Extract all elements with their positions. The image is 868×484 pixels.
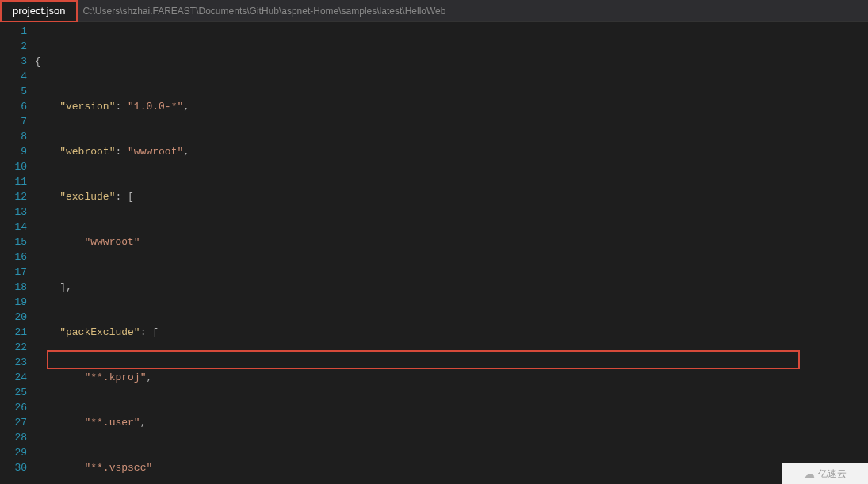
- line-number: 4: [0, 69, 27, 84]
- line-number: 3: [0, 54, 27, 69]
- line-number: 11: [0, 174, 27, 189]
- line-number-gutter: 1234567891011121314151617181920212223242…: [0, 22, 35, 484]
- watermark-text: 亿速云: [818, 467, 847, 481]
- line-number: 20: [0, 310, 27, 325]
- cloud-icon: ☁: [804, 467, 815, 480]
- line-number: 30: [0, 460, 27, 475]
- line-number: 22: [0, 340, 27, 355]
- line-number: 24: [0, 370, 27, 385]
- line-number: 13: [0, 204, 27, 219]
- line-number: 17: [0, 265, 27, 280]
- line-number: 1: [0, 24, 27, 39]
- line-number: 7: [0, 114, 27, 129]
- line-number: 25: [0, 385, 27, 400]
- line-number: 23: [0, 355, 27, 370]
- line-number: 26: [0, 400, 27, 415]
- line-number: 8: [0, 129, 27, 144]
- line-number: 9: [0, 144, 27, 159]
- line-number: 2: [0, 39, 27, 54]
- line-number: 16: [0, 250, 27, 265]
- line-number: 21: [0, 325, 27, 340]
- watermark: ☁ 亿速云: [782, 463, 868, 484]
- tab-project-json[interactable]: project.json: [0, 0, 78, 22]
- file-path: C:\Users\shzhai.FAREAST\Documents\GitHub…: [78, 6, 445, 17]
- line-number: 14: [0, 219, 27, 234]
- line-number: 10: [0, 159, 27, 174]
- editor[interactable]: 1234567891011121314151617181920212223242…: [0, 22, 868, 484]
- line-number: 5: [0, 84, 27, 99]
- line-number: 27: [0, 415, 27, 430]
- line-number: 15: [0, 234, 27, 250]
- line-number: 19: [0, 295, 27, 310]
- line-number: 18: [0, 280, 27, 295]
- tab-bar: project.json C:\Users\shzhai.FAREAST\Doc…: [0, 0, 868, 22]
- line-number: 6: [0, 99, 27, 114]
- line-number: 28: [0, 430, 27, 445]
- line-number: 12: [0, 189, 27, 204]
- line-number: 29: [0, 445, 27, 460]
- code-area[interactable]: { "version": "1.0.0-*", "webroot": "wwwr…: [35, 22, 868, 484]
